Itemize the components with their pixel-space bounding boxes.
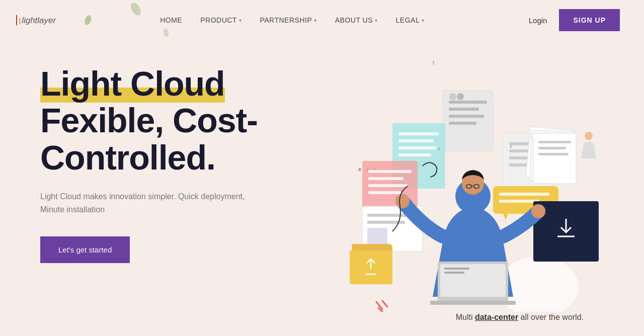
title-line2: Fexible, Cost- — [40, 101, 258, 139]
svg-rect-44 — [499, 200, 539, 203]
svg-point-12 — [449, 93, 456, 100]
nav-link-partnership[interactable]: PARTNERSHIP ▾ — [260, 16, 316, 24]
svg-marker-45 — [503, 214, 508, 220]
product-caret-icon: ▾ — [239, 18, 242, 23]
nav-link-legal[interactable]: LEGAL ▾ — [396, 16, 425, 24]
svg-point-59 — [395, 194, 410, 208]
svg-rect-39 — [538, 147, 566, 149]
svg-rect-58 — [444, 272, 464, 274]
nav-item-partnership[interactable]: PARTNERSHIP ▾ — [260, 16, 316, 24]
get-started-button[interactable]: Let's get started — [40, 236, 130, 263]
nav-link-home[interactable]: HOME — [160, 16, 182, 24]
svg-rect-9 — [449, 108, 479, 111]
svg-rect-23 — [368, 191, 401, 194]
nav-links: HOME PRODUCT ▾ PARTNERSHIP ▾ ABOUT US ▾ … — [160, 16, 424, 24]
logo[interactable]: |lightlayer — [16, 15, 56, 26]
logo-text: lightlayer — [22, 16, 56, 25]
about-caret-icon: ▾ — [375, 18, 378, 23]
svg-rect-21 — [368, 177, 404, 180]
nav-item-about[interactable]: ABOUT US ▾ — [335, 16, 378, 24]
nav-link-product[interactable]: PRODUCT ▾ — [200, 16, 242, 24]
svg-rect-56 — [430, 301, 516, 305]
hero-section: Light Cloud Fexible, Cost- Controlled. L… — [0, 40, 644, 312]
svg-point-41 — [585, 132, 593, 140]
svg-rect-11 — [449, 122, 476, 125]
svg-rect-40 — [538, 153, 569, 155]
title-line1: Light Cloud — [40, 64, 225, 103]
navbar: |lightlayer HOME PRODUCT ▾ PARTNERSHIP ▾… — [0, 0, 644, 40]
bottom-datacenter-text: Multi data-center all over the world. — [456, 313, 584, 322]
signup-button[interactable]: SIGN UP — [559, 9, 620, 31]
svg-rect-18 — [398, 153, 431, 156]
svg-rect-43 — [499, 193, 549, 196]
datacenter-link[interactable]: data-center — [475, 313, 518, 321]
svg-rect-10 — [449, 115, 484, 118]
svg-rect-20 — [368, 170, 412, 173]
svg-rect-15 — [398, 132, 439, 135]
nav-item-legal[interactable]: LEGAL ▾ — [396, 16, 425, 24]
nav-right: Login SIGN UP — [529, 9, 620, 31]
legal-caret-icon: ▾ — [422, 18, 425, 23]
illustration-svg: › › — [322, 50, 614, 312]
nav-item-product[interactable]: PRODUCT ▾ — [200, 16, 242, 24]
svg-rect-8 — [449, 101, 487, 104]
hero-illustration: › › — [322, 50, 620, 312]
svg-rect-22 — [368, 184, 408, 187]
nav-link-about[interactable]: ABOUT US ▾ — [335, 16, 378, 24]
hero-subtitle: Light Cloud makes innovation simpler. Qu… — [40, 190, 262, 216]
svg-point-60 — [531, 204, 545, 218]
svg-line-64 — [382, 301, 387, 307]
hero-text-block: Light Cloud Fexible, Cost- Controlled. L… — [40, 55, 322, 263]
svg-rect-7 — [443, 91, 493, 151]
partnership-caret-icon: ▾ — [314, 18, 317, 23]
svg-rect-16 — [398, 139, 434, 142]
nav-item-home[interactable]: HOME — [160, 16, 182, 24]
svg-rect-57 — [444, 268, 469, 270]
hero-title: Light Cloud Fexible, Cost- Controlled. — [40, 65, 322, 176]
svg-rect-38 — [538, 141, 571, 143]
title-line3: Controlled. — [40, 138, 215, 177]
svg-rect-27 — [367, 228, 387, 245]
login-button[interactable]: Login — [529, 16, 547, 25]
svg-text:›: › — [438, 144, 440, 152]
svg-text:›: › — [510, 142, 512, 150]
svg-point-13 — [457, 93, 464, 100]
svg-rect-17 — [398, 146, 436, 149]
